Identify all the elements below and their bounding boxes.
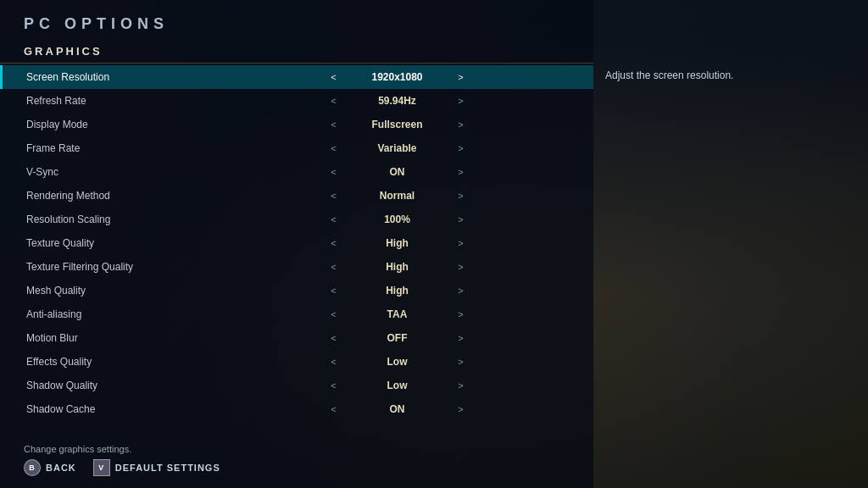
arrow-left-icon[interactable]: <: [328, 119, 340, 130]
setting-row[interactable]: Shadow Quality<Low>: [0, 374, 593, 397]
footer-buttons: BBACKVDEFAULT SETTINGS: [24, 459, 220, 476]
button-label: DEFAULT SETTINGS: [115, 463, 220, 473]
setting-name: Rendering Method: [26, 190, 213, 202]
setting-row[interactable]: Frame Rate<Variable>: [0, 136, 593, 160]
footer-button[interactable]: BBACK: [24, 459, 76, 476]
setting-value: 100%: [347, 214, 448, 225]
setting-name: Texture Filtering Quality: [26, 261, 213, 273]
setting-row[interactable]: Effects Quality<Low>: [0, 350, 593, 374]
setting-row[interactable]: Display Mode<Fullscreen>: [0, 113, 593, 136]
setting-row[interactable]: V-Sync<ON>: [0, 160, 593, 184]
arrow-left-icon[interactable]: <: [328, 214, 340, 225]
setting-name: V-Sync: [26, 166, 213, 178]
setting-control: <Fullscreen>: [213, 119, 581, 130]
setting-value: TAA: [347, 308, 448, 320]
setting-name: Motion Blur: [26, 332, 213, 344]
setting-name: Frame Rate: [26, 142, 213, 154]
setting-value: Normal: [347, 190, 448, 202]
setting-value: OFF: [347, 332, 448, 344]
arrow-right-icon[interactable]: >: [455, 309, 467, 319]
setting-value: High: [347, 285, 448, 297]
settings-panel: PC OPTIONS GRAPHICS Screen Resolution<19…: [0, 0, 593, 488]
setting-control: <Low>: [213, 380, 581, 391]
footer-hint: Change graphics settings.: [24, 444, 220, 454]
settings-list: Screen Resolution<1920x1080>Refresh Rate…: [0, 65, 593, 421]
setting-value: High: [347, 237, 448, 249]
setting-row[interactable]: Shadow Cache<ON>: [0, 397, 593, 421]
setting-control: <High>: [213, 237, 581, 249]
setting-value: ON: [347, 403, 448, 415]
setting-row[interactable]: Resolution Scaling<100%>: [0, 208, 593, 231]
footer: Change graphics settings. BBACKVDEFAULT …: [24, 444, 220, 476]
arrow-left-icon[interactable]: <: [328, 357, 340, 367]
setting-value: Variable: [347, 142, 448, 154]
setting-row[interactable]: Texture Quality<High>: [0, 231, 593, 255]
setting-control: <Normal>: [213, 190, 581, 202]
setting-control: <High>: [213, 261, 581, 273]
section-title: GRAPHICS: [0, 42, 593, 64]
arrow-left-icon[interactable]: <: [328, 96, 340, 106]
help-panel: Adjust the screen resolution.: [605, 68, 851, 83]
arrow-right-icon[interactable]: >: [455, 143, 467, 153]
setting-row[interactable]: Texture Filtering Quality<High>: [0, 255, 593, 279]
button-icon: V: [93, 459, 110, 476]
arrow-right-icon[interactable]: >: [455, 96, 467, 106]
setting-row[interactable]: Rendering Method<Normal>: [0, 184, 593, 208]
arrow-left-icon[interactable]: <: [328, 238, 340, 248]
page-title: PC OPTIONS: [0, 15, 593, 42]
button-icon: B: [24, 459, 41, 476]
setting-value: Low: [347, 380, 448, 391]
setting-row[interactable]: Screen Resolution<1920x1080>: [0, 65, 593, 89]
setting-value: High: [347, 261, 448, 273]
arrow-right-icon[interactable]: >: [455, 357, 467, 367]
setting-control: <ON>: [213, 403, 581, 415]
arrow-right-icon[interactable]: >: [455, 286, 467, 296]
setting-control: <100%>: [213, 214, 581, 225]
arrow-left-icon[interactable]: <: [328, 380, 340, 391]
arrow-right-icon[interactable]: >: [455, 214, 467, 225]
arrow-right-icon[interactable]: >: [455, 72, 467, 82]
setting-value: Fullscreen: [347, 119, 448, 130]
arrow-left-icon[interactable]: <: [328, 286, 340, 296]
help-text: Adjust the screen resolution.: [605, 68, 851, 83]
arrow-right-icon[interactable]: >: [455, 333, 467, 343]
setting-control: <High>: [213, 285, 581, 297]
setting-control: <1920x1080>: [213, 71, 581, 83]
setting-value: 59.94Hz: [347, 95, 448, 107]
setting-name: Screen Resolution: [26, 71, 213, 83]
setting-row[interactable]: Refresh Rate<59.94Hz>: [0, 89, 593, 113]
arrow-right-icon[interactable]: >: [455, 262, 467, 272]
setting-name: Effects Quality: [26, 356, 213, 368]
setting-name: Shadow Cache: [26, 403, 213, 415]
setting-name: Anti-aliasing: [26, 308, 213, 320]
footer-button[interactable]: VDEFAULT SETTINGS: [93, 459, 220, 476]
setting-control: <Low>: [213, 356, 581, 368]
arrow-right-icon[interactable]: >: [455, 238, 467, 248]
arrow-right-icon[interactable]: >: [455, 404, 467, 414]
setting-row[interactable]: Motion Blur<OFF>: [0, 326, 593, 350]
arrow-left-icon[interactable]: <: [328, 167, 340, 177]
setting-control: <59.94Hz>: [213, 95, 581, 107]
arrow-left-icon[interactable]: <: [328, 262, 340, 272]
arrow-right-icon[interactable]: >: [455, 167, 467, 177]
arrow-left-icon[interactable]: <: [328, 309, 340, 319]
setting-control: <OFF>: [213, 332, 581, 344]
setting-row[interactable]: Mesh Quality<High>: [0, 279, 593, 302]
arrow-left-icon[interactable]: <: [328, 72, 340, 82]
arrow-left-icon[interactable]: <: [328, 333, 340, 343]
setting-row[interactable]: Anti-aliasing<TAA>: [0, 302, 593, 326]
button-label: BACK: [46, 463, 76, 473]
arrow-right-icon[interactable]: >: [455, 119, 467, 130]
setting-control: <Variable>: [213, 142, 581, 154]
setting-value: Low: [347, 356, 448, 368]
arrow-right-icon[interactable]: >: [455, 380, 467, 391]
setting-name: Shadow Quality: [26, 380, 213, 391]
setting-control: <TAA>: [213, 308, 581, 320]
arrow-right-icon[interactable]: >: [455, 191, 467, 201]
setting-control: <ON>: [213, 166, 581, 178]
arrow-left-icon[interactable]: <: [328, 404, 340, 414]
arrow-left-icon[interactable]: <: [328, 143, 340, 153]
setting-name: Mesh Quality: [26, 285, 213, 297]
arrow-left-icon[interactable]: <: [328, 191, 340, 201]
setting-value: ON: [347, 166, 448, 178]
